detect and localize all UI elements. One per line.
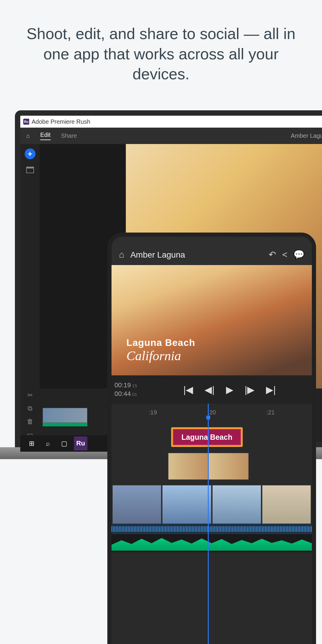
ruler-tick: :21	[266, 409, 275, 416]
phone-device-frame: ⌂ Amber Laguna ↶ < 💬 Laguna Beach Califo…	[107, 233, 316, 644]
phone-project-name: Amber Laguna	[130, 250, 263, 260]
home-icon[interactable]: ⌂	[26, 132, 30, 139]
phone-timeline[interactable]: :19 :20 :21 Laguna Beach	[112, 404, 312, 644]
overlay-line2: California	[126, 348, 195, 363]
duplicate-icon[interactable]: ⧉	[28, 405, 32, 412]
timecode-display: 00:1915 00:4401	[114, 381, 150, 398]
play-icon[interactable]: ▶	[226, 384, 233, 395]
playhead[interactable]	[208, 404, 209, 644]
desktop-top-toolbar: ⌂ Edit Share Amber Laguna: Be	[20, 128, 322, 144]
tab-share[interactable]: Share	[61, 132, 77, 139]
ruler-tick: :19	[149, 409, 157, 416]
project-panel-icon[interactable]	[26, 167, 34, 173]
title-clip-label: Laguna Beach	[173, 429, 241, 445]
desktop-project-label: Amber Laguna: Be	[291, 132, 322, 139]
step-back-icon[interactable]: ◀|	[205, 384, 214, 395]
video-clip[interactable]	[162, 485, 211, 524]
title-clip[interactable]: Laguna Beach	[171, 427, 243, 447]
skip-start-icon[interactable]: |◀	[183, 384, 193, 395]
video-title-overlay: Laguna Beach California	[126, 337, 195, 363]
audio-track-music[interactable]	[112, 534, 312, 552]
comment-icon[interactable]: 💬	[293, 249, 304, 260]
home-icon[interactable]: ⌂	[119, 250, 124, 260]
undo-icon[interactable]: ↶	[269, 249, 276, 260]
trash-icon[interactable]: 🗑	[27, 418, 33, 425]
task-view-icon[interactable]: ▢	[58, 437, 71, 450]
timeline-ruler: :19 :20 :21	[112, 407, 312, 418]
app-logo-icon: Ru	[23, 119, 29, 125]
share-icon[interactable]: <	[282, 250, 287, 260]
audio-track-linked[interactable]	[112, 524, 312, 534]
overlay-line1: Laguna Beach	[126, 337, 195, 348]
ruler-tick: :20	[208, 409, 216, 416]
skip-end-icon[interactable]: ▶|	[266, 384, 276, 395]
add-media-button[interactable]: +	[25, 148, 35, 159]
video-clip[interactable]	[262, 485, 311, 524]
playback-controls-bar: 00:1915 00:4401 |◀ ◀| ▶ |▶ ▶|	[112, 375, 312, 404]
video-clip[interactable]	[212, 485, 261, 524]
phone-header: ⌂ Amber Laguna ↶ < 💬	[112, 237, 312, 265]
video-track[interactable]	[112, 485, 312, 524]
windows-taskbar: ⊞ ⌕ ▢ Ru	[20, 435, 110, 452]
marketing-headline: Shoot, edit, and share to social — all i…	[0, 0, 322, 96]
scissors-icon[interactable]: ✂	[27, 391, 33, 399]
search-icon[interactable]: ⌕	[41, 437, 55, 450]
desktop-left-sidebar: +	[20, 144, 40, 388]
desktop-audio-clip[interactable]	[43, 423, 87, 426]
windows-start-icon[interactable]: ⊞	[25, 437, 38, 450]
phone-video-preview[interactable]: Laguna Beach California	[112, 265, 312, 375]
desktop-app-name: Adobe Premiere Rush	[32, 118, 90, 125]
desktop-window-titlebar: Ru Adobe Premiere Rush	[20, 116, 322, 128]
video-clip[interactable]	[112, 485, 161, 524]
desktop-video-clip[interactable]	[43, 408, 87, 423]
rush-taskbar-icon[interactable]: Ru	[74, 437, 87, 450]
step-forward-icon[interactable]: |▶	[245, 384, 255, 395]
tab-edit[interactable]: Edit	[40, 131, 50, 140]
